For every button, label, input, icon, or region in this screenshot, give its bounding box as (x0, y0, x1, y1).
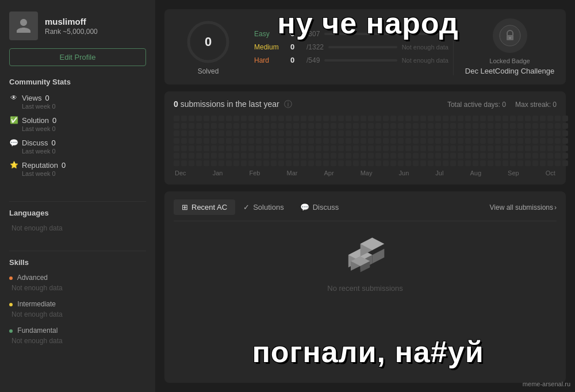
heatmap-cell (428, 160, 434, 166)
fundamental-no-data: Not enough data (12, 337, 146, 345)
heatmap-cell (480, 153, 486, 159)
month-mar: Mar (286, 170, 297, 176)
empty-text: No recent submissions (327, 284, 403, 293)
heatmap-cell (525, 116, 531, 121)
heatmap-cell (473, 160, 478, 166)
heatmap-cell (189, 123, 194, 129)
heatmap-cell (189, 145, 194, 151)
heatmap-cell (271, 160, 277, 166)
heatmap-cell (316, 145, 321, 151)
heatmap-cell (174, 123, 179, 129)
heatmap-cell (346, 123, 351, 129)
heatmap-cell (368, 123, 374, 129)
heatmap-cell (480, 138, 486, 144)
heatmap-cell (390, 153, 396, 159)
easy-bar-container (324, 33, 448, 35)
heatmap-cell (413, 160, 419, 166)
heatmap-cell (465, 130, 471, 136)
main-content: 0 Solved Easy 0 /307 Medium 0 /1322 (155, 0, 575, 392)
heatmap-cell (495, 153, 501, 159)
heatmap-cell (196, 123, 202, 129)
heatmap-cell (226, 145, 232, 151)
heatmap-cell (510, 116, 516, 121)
heatmap-cell (555, 160, 561, 166)
heatmap-cell (256, 153, 262, 159)
heatmap-cell (413, 130, 419, 136)
empty-state: No recent submissions (174, 228, 557, 297)
heatmap-cell (293, 153, 299, 159)
heatmap-cell (375, 160, 381, 166)
heatmap-cell (204, 116, 209, 121)
heatmap-cell (540, 160, 546, 166)
hard-row: Hard 0 /549 Not enough data (254, 56, 448, 64)
heatmap-cell (450, 145, 456, 151)
month-dec: Dec (175, 170, 186, 176)
heatmap-cell (293, 160, 299, 166)
heatmap-cell (375, 123, 381, 129)
heatmap-cell (338, 145, 344, 151)
heatmap-cell (510, 130, 516, 136)
tab-discuss-label: Discuss (313, 203, 339, 212)
edit-profile-button[interactable]: Edit Profile (9, 48, 146, 66)
heatmap-cell (495, 160, 501, 166)
heatmap-cell (562, 138, 568, 144)
heatmap-cell (405, 160, 411, 166)
heatmap-cell (525, 138, 531, 144)
month-may: May (361, 170, 373, 176)
hard-not-enough: Not enough data (402, 57, 448, 64)
heatmap-cell (375, 145, 381, 151)
month-feb: Feb (249, 170, 260, 176)
heatmap-cell (338, 123, 344, 129)
heatmap-cell (248, 138, 254, 144)
heatmap-cell (353, 123, 359, 129)
heatmap-cell (196, 153, 202, 159)
heatmap-cell (218, 145, 224, 151)
heatmap-week (398, 116, 404, 166)
heatmap-cell (398, 130, 404, 136)
heatmap-cell (196, 130, 202, 136)
heatmap-cell (450, 123, 456, 129)
sidebar: muslimoff Rank ~5,000,000 Edit Profile C… (0, 0, 155, 392)
heatmap-cell (420, 116, 426, 121)
heatmap-cell (390, 116, 396, 121)
stat-views-row: 👁 Views 0 (9, 93, 146, 102)
heatmap-cell (383, 123, 389, 129)
profile-section: muslimoff Rank ~5,000,000 (9, 11, 146, 40)
heatmap-cell (525, 123, 531, 129)
tab-recent-ac[interactable]: ⊞ Recent AC (174, 199, 235, 215)
heatmap-cell (316, 160, 321, 166)
heatmap-cell (488, 153, 493, 159)
heatmap-cell (189, 160, 194, 166)
heatmap-cell (428, 123, 434, 129)
heatmap-week (256, 116, 262, 166)
heatmap-cell (405, 123, 411, 129)
heatmap-cell (480, 130, 486, 136)
discuss-value: 0 (52, 139, 56, 147)
heatmap-cell (196, 160, 202, 166)
tab-solutions[interactable]: ✓ Solutions (235, 199, 292, 215)
heatmap-cell (241, 116, 247, 121)
heatmap-cell (495, 138, 501, 144)
view-all-submissions[interactable]: View all submissions › (490, 203, 557, 212)
heatmap-cell (405, 130, 411, 136)
heatmap-cell (301, 116, 306, 121)
heatmap-cell (398, 116, 404, 121)
heatmap-cell (480, 123, 486, 129)
heatmap-cell (263, 153, 269, 159)
heatmap-cell (398, 145, 404, 151)
hard-bar-container (324, 59, 397, 62)
heatmap-cell (488, 160, 493, 166)
heatmap-cell (189, 116, 194, 121)
heatmap-cell (181, 130, 187, 136)
heatmap-week (278, 116, 284, 166)
heatmap-cell (308, 116, 314, 121)
heatmap-cell (390, 138, 396, 144)
heatmap-cell (488, 138, 493, 144)
skills-section: Skills Advanced Not enough data Intermed… (9, 258, 146, 353)
advanced-no-data: Not enough data (12, 284, 146, 292)
easy-count: 0 (290, 29, 302, 38)
month-jun: Jun (399, 170, 409, 176)
tab-discuss[interactable]: 💬 Discuss (292, 199, 347, 215)
heatmap-cell (218, 160, 224, 166)
heatmap-cell (361, 145, 366, 151)
